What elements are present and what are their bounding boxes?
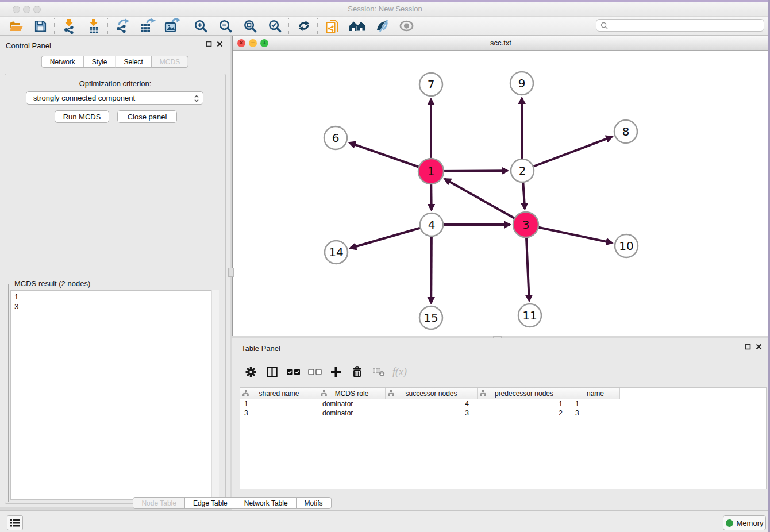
node-14[interactable]: 14	[325, 241, 348, 264]
tab-motifs[interactable]: Motifs	[296, 497, 332, 509]
node-label: 2	[519, 164, 526, 178]
export-table-button[interactable]	[135, 17, 160, 34]
table-cell[interactable]: 1	[240, 399, 318, 408]
search-field[interactable]	[596, 19, 764, 32]
column-header-MCDS-role[interactable]: MCDS role	[318, 388, 386, 399]
tab-edge-table[interactable]: Edge Table	[184, 497, 236, 509]
node-label: 7	[428, 78, 435, 91]
zoom-fit-button[interactable]	[238, 17, 263, 34]
task-history-button[interactable]	[7, 515, 23, 530]
node-2[interactable]: 2	[511, 159, 534, 182]
tab-network[interactable]: Network	[41, 56, 84, 68]
float-panel-icon[interactable]	[206, 41, 212, 47]
clone-network-icon	[325, 18, 340, 34]
memory-button[interactable]: Memory	[723, 515, 766, 530]
mcds-result-title: MCDS result (2 nodes)	[12, 279, 93, 288]
network-canvas[interactable]: 7968124314101511	[233, 51, 769, 336]
import-network-button[interactable]	[57, 17, 82, 34]
node-label: 3	[522, 218, 530, 232]
node-3[interactable]: 3	[513, 212, 538, 237]
edge-4-14[interactable]	[351, 225, 432, 248]
vertical-split-handle[interactable]	[228, 268, 234, 277]
delete-columns-button[interactable]	[346, 363, 368, 381]
table-cell[interactable]: 2	[478, 408, 571, 418]
node-1[interactable]: 1	[418, 159, 444, 184]
import-table-button[interactable]	[82, 17, 106, 34]
toolbar-separator	[107, 18, 109, 34]
result-scrollbar[interactable]	[211, 290, 219, 500]
column-header-predecessor-nodes[interactable]: predecessor nodes	[478, 388, 571, 399]
toolbar-separator	[288, 18, 290, 34]
select-all-columns-button[interactable]	[283, 363, 304, 381]
close-panel-icon[interactable]	[756, 344, 762, 350]
table-cell[interactable]: 3	[240, 408, 318, 418]
node-10[interactable]: 10	[615, 234, 638, 257]
import-table-icon	[87, 18, 101, 34]
node-15[interactable]: 15	[419, 306, 442, 329]
table-cell[interactable]: dominator	[318, 399, 386, 408]
style-eye-icon	[375, 19, 390, 33]
node-label: 8	[622, 125, 630, 138]
node-label: 6	[332, 131, 340, 145]
column-header-name[interactable]: name	[571, 388, 620, 399]
float-panel-icon[interactable]	[745, 344, 751, 350]
function-builder-button[interactable]: f(x)	[389, 363, 410, 381]
table-cell[interactable]: 1	[478, 399, 571, 408]
export-table-icon	[140, 18, 156, 33]
zoom-in-button[interactable]	[188, 17, 213, 34]
mcds-result-textarea[interactable]: 1 3	[10, 290, 219, 500]
node-4[interactable]: 4	[420, 213, 443, 236]
table-row[interactable]: 3dominator323	[240, 408, 766, 418]
close-panel-icon[interactable]	[217, 41, 223, 47]
network-window-titlebar[interactable]: × − + scc.txt	[233, 36, 769, 51]
refresh-icon	[297, 19, 311, 33]
node-7[interactable]: 7	[419, 73, 442, 96]
table-row[interactable]: 1dominator411	[240, 399, 766, 408]
close-panel-button[interactable]: Close panel	[117, 110, 177, 123]
table-panel: Table Panel	[232, 338, 770, 510]
show-graphics-details-button[interactable]	[394, 17, 419, 34]
tab-mcds[interactable]: MCDS	[151, 56, 188, 68]
run-mcds-button[interactable]: Run MCDS	[55, 110, 109, 123]
node-6[interactable]: 6	[324, 126, 347, 149]
create-column-button[interactable]	[325, 363, 346, 381]
show-column-panel-button[interactable]	[261, 363, 283, 381]
column-header-successor-nodes[interactable]: successor nodes	[386, 388, 478, 399]
save-session-button[interactable]	[28, 17, 53, 34]
tab-node-table[interactable]: Node Table	[133, 497, 185, 509]
node-8[interactable]: 8	[614, 120, 637, 143]
tab-network-table[interactable]: Network Table	[236, 497, 297, 509]
edge-label-mark	[476, 224, 481, 226]
tab-style[interactable]: Style	[83, 56, 116, 68]
table-cell[interactable]: 3	[386, 408, 478, 418]
clone-network-button[interactable]	[320, 17, 345, 34]
table-cell[interactable]: 4	[386, 399, 478, 408]
fx-icon: f(x)	[392, 366, 407, 378]
table-cell[interactable]: dominator	[318, 408, 386, 418]
delete-table-button[interactable]	[368, 363, 389, 381]
edge-2-8[interactable]	[522, 137, 612, 171]
table-settings-button[interactable]	[240, 363, 261, 381]
table-header-row: shared nameMCDS rolesuccessor nodesprede…	[240, 388, 766, 399]
column-header-shared-name[interactable]: shared name	[240, 388, 318, 399]
tab-select[interactable]: Select	[116, 56, 152, 68]
main-titlebar: Session: New Session	[0, 2, 770, 16]
vizmapper-button[interactable]	[369, 17, 394, 34]
open-session-button[interactable]	[3, 17, 28, 34]
edge-3-1[interactable]	[445, 179, 526, 225]
ndex-button[interactable]	[345, 17, 369, 34]
zoom-out-button[interactable]	[213, 17, 238, 34]
search-input[interactable]	[608, 20, 764, 30]
table-cell[interactable]: 1	[571, 399, 620, 408]
export-image-button[interactable]	[160, 17, 184, 34]
status-bar: Memory	[0, 510, 770, 532]
node-9[interactable]: 9	[510, 72, 533, 95]
table-cell[interactable]: 3	[571, 408, 620, 418]
node-11[interactable]: 11	[518, 304, 541, 327]
deselect-all-columns-button[interactable]	[304, 363, 325, 381]
apply-layout-button[interactable]	[291, 17, 316, 34]
zoom-selected-button[interactable]	[263, 17, 287, 34]
open-folder-icon	[9, 20, 24, 33]
export-network-button[interactable]	[110, 17, 135, 34]
criterion-dropdown[interactable]: strongly connected component	[26, 91, 203, 105]
